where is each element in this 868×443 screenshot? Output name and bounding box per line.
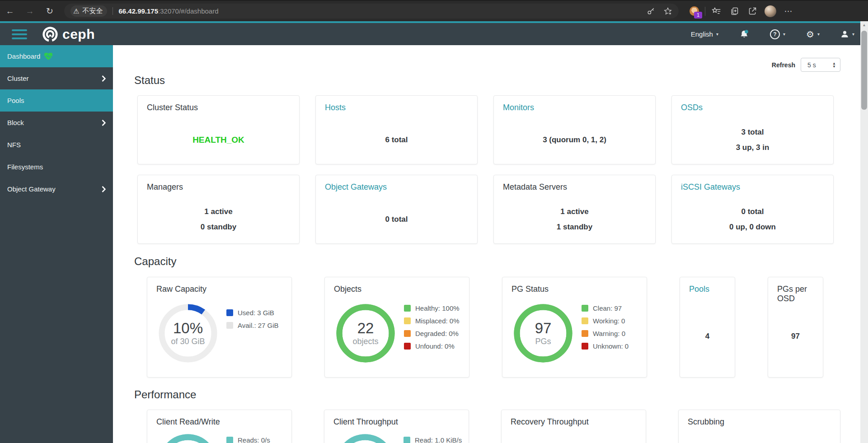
cluster-health-value: HEALTH_OK xyxy=(192,132,244,148)
browser-reload-button[interactable]: ↻ xyxy=(40,6,60,16)
card-value: 6 total xyxy=(385,132,408,148)
object-gateways-link[interactable]: Object Gateways xyxy=(316,175,477,192)
card-metadata-servers: Metadata Servers 1 active 1 standby xyxy=(493,175,656,244)
scrollbar-thumb[interactable] xyxy=(861,31,867,110)
card-scrubbing: Scrubbing xyxy=(678,410,840,443)
sidebar-item-filesystems[interactable]: Filesystems xyxy=(0,156,113,178)
security-label: 不安全 xyxy=(82,7,103,15)
sidebar-item-label: NFS xyxy=(7,141,21,149)
sidebar-item-pools[interactable]: Pools xyxy=(0,89,113,112)
legend-label: Working: 0 xyxy=(593,317,625,325)
url-host: 66.42.99.175 xyxy=(118,7,158,15)
card-title: PGs per OSD xyxy=(768,277,823,303)
legend-label: Used: 3 GiB xyxy=(238,309,274,317)
address-bar[interactable]: ⚠ 不安全 66.42.99.175 :32070/#/dashboard xyxy=(64,4,679,19)
collections-icon[interactable] xyxy=(725,6,743,16)
sidebar-item-label: Cluster xyxy=(7,75,29,82)
osds-link[interactable]: OSDs xyxy=(672,96,833,112)
card-value: 1 standby xyxy=(557,219,592,235)
capacity-card-row: Raw Capacity 10% of 30 GiB Used: 3 GiB A… xyxy=(147,277,823,378)
browser-menu-button[interactable]: ⋯ xyxy=(779,6,798,16)
legend-swatch xyxy=(226,322,233,329)
settings-dropdown[interactable]: ⚙ ▾ xyxy=(806,30,820,39)
sidebar-item-dashboard[interactable]: Dashboard xyxy=(0,45,113,67)
legend-swatch xyxy=(582,343,588,350)
pools-count: 4 xyxy=(680,329,735,344)
card-recovery-throughput: Recovery Throughput xyxy=(501,410,646,443)
warning-icon: ⚠ xyxy=(73,7,79,15)
sidebar-item-object-gateway[interactable]: Object Gateway xyxy=(0,178,113,200)
user-dropdown[interactable]: ▾ xyxy=(840,30,854,38)
legend-label: Healthy: 100% xyxy=(415,304,460,312)
add-favorite-star-icon[interactable] xyxy=(663,7,672,16)
card-iscsi-gateways: iSCSI Gateways 0 total 0 up, 0 down xyxy=(671,175,834,244)
sidebar-item-nfs[interactable]: NFS xyxy=(0,134,113,156)
sidebar-item-label: Filesystems xyxy=(7,163,43,171)
legend-label: Degraded: 0% xyxy=(415,330,459,337)
health-heart-icon xyxy=(44,53,52,60)
raw-capacity-donut-chart: 10% of 30 GiB xyxy=(158,303,218,363)
raw-capacity-percent: 10% xyxy=(173,320,203,336)
legend-label: Read: 1.0 KiB/s xyxy=(415,436,462,443)
chevron-down-icon: ▾ xyxy=(817,32,820,37)
card-title: Scrubbing xyxy=(679,410,840,427)
monitors-link[interactable]: Monitors xyxy=(494,96,655,112)
page-scrollbar[interactable]: ▲ xyxy=(860,21,868,443)
card-object-gateways: Object Gateways 0 total xyxy=(315,175,478,244)
help-icon: ? xyxy=(770,29,780,39)
brand-name: ceph xyxy=(62,28,95,41)
site-security-chip[interactable]: ⚠ 不安全 xyxy=(70,5,107,17)
chevron-down-icon: ▾ xyxy=(783,32,785,37)
chevron-right-icon xyxy=(102,75,106,82)
objects-count: 22 xyxy=(357,320,374,336)
card-value: 0 up, 0 down xyxy=(729,219,776,235)
legend-label: Misplaced: 0% xyxy=(415,317,460,325)
browser-back-button[interactable]: ← xyxy=(0,6,20,16)
url-path: :32070/#/dashboard xyxy=(158,7,218,15)
chevron-right-icon xyxy=(102,186,106,192)
card-title: Metadata Servers xyxy=(494,175,655,192)
legend-swatch xyxy=(404,317,411,324)
chevron-down-icon: ▾ xyxy=(716,32,718,37)
sidebar-item-block[interactable]: Block xyxy=(0,112,113,134)
password-key-icon[interactable] xyxy=(647,7,655,15)
sidebar-item-cluster[interactable]: Cluster xyxy=(0,67,113,89)
ellipsis-icon: ⋯ xyxy=(784,6,793,16)
notifications-button[interactable] xyxy=(739,29,749,39)
browser-extension-icon[interactable]: 1 xyxy=(685,6,703,16)
refresh-value: 5 s xyxy=(807,61,816,69)
card-value: 1 active xyxy=(560,204,588,219)
card-value: 3 total xyxy=(741,125,764,140)
sidebar-item-label: Dashboard xyxy=(7,52,40,60)
section-title-status: Status xyxy=(134,74,165,87)
card-pgs-per-osd: PGs per OSD 97 xyxy=(768,277,823,378)
card-title: Raw Capacity xyxy=(147,277,291,294)
sidebar: Dashboard Cluster Pools Block NFS Filesy… xyxy=(0,45,113,443)
card-value: 0 total xyxy=(741,204,764,219)
card-title: Objects xyxy=(325,277,469,294)
pools-link[interactable]: Pools xyxy=(680,277,735,294)
refresh-interval-select[interactable]: 5 s ▲▼ xyxy=(801,58,840,72)
raw-capacity-legend: Used: 3 GiB Avail.: 27 GiB xyxy=(226,309,279,334)
refresh-label: Refresh xyxy=(772,61,795,69)
section-title-capacity: Capacity xyxy=(134,255,176,268)
favorites-bar-icon[interactable] xyxy=(707,6,725,16)
iscsi-gateways-link[interactable]: iSCSI Gateways xyxy=(672,175,833,192)
pg-status-legend: Clean: 97 Working: 0 Warning: 0 Unknown:… xyxy=(582,304,629,355)
user-icon xyxy=(840,30,849,38)
card-title: Client Read/Write xyxy=(147,410,291,427)
scrollbar-up-arrow[interactable]: ▲ xyxy=(860,21,868,29)
help-dropdown[interactable]: ? ▾ xyxy=(770,29,785,39)
ceph-brand-logo[interactable]: ceph xyxy=(42,26,95,43)
hamburger-menu-button[interactable] xyxy=(12,29,27,39)
language-dropdown[interactable]: English ▾ xyxy=(691,30,718,38)
hosts-link[interactable]: Hosts xyxy=(316,96,477,112)
browser-forward-button[interactable]: → xyxy=(20,6,40,16)
browser-profile-avatar[interactable] xyxy=(761,5,779,17)
raw-capacity-total: of 30 GiB xyxy=(171,336,205,346)
legend-label: Unfound: 0% xyxy=(415,342,455,350)
performance-card-row: Client Read/Write Reads: 0/s Client Thro… xyxy=(147,410,840,443)
share-icon[interactable] xyxy=(743,6,761,16)
card-monitors: Monitors 3 (quorum 0, 1, 2) xyxy=(493,95,656,164)
card-value: 1 active xyxy=(204,204,232,219)
